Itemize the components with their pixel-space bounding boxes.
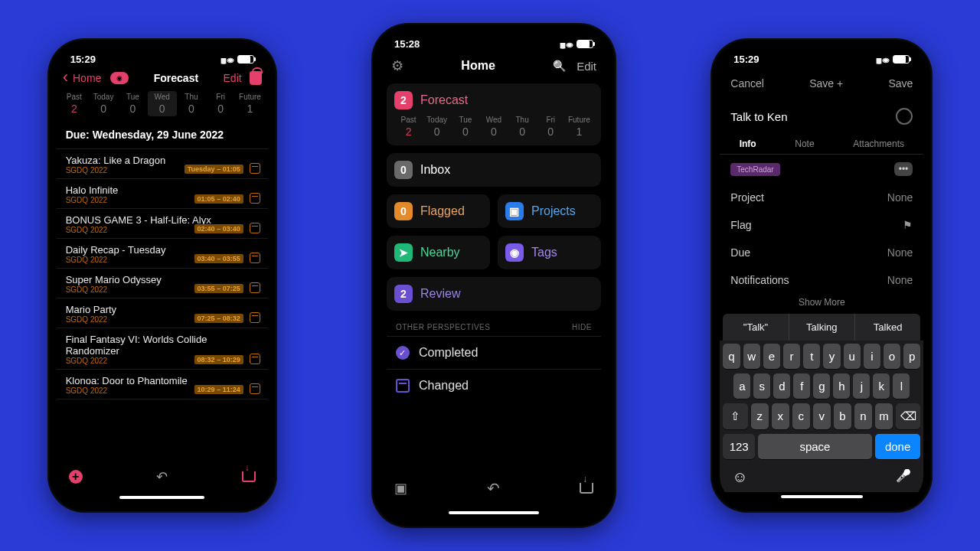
day-thu[interactable]: Thu0 bbox=[177, 91, 206, 116]
day-past[interactable]: Past2 bbox=[394, 116, 423, 138]
forecast-days[interactable]: Past2Today0Tue0Wed0Thu0Fri0Future1 bbox=[394, 116, 593, 138]
perspective-inbox[interactable]: 0 Inbox bbox=[387, 153, 601, 187]
key-z[interactable]: z bbox=[751, 403, 769, 429]
key-v[interactable]: v bbox=[813, 403, 831, 429]
key-s[interactable]: s bbox=[753, 373, 770, 399]
key-done[interactable]: done bbox=[875, 434, 921, 459]
key-a[interactable]: a bbox=[733, 373, 750, 399]
task-item[interactable]: Halo InfiniteSGDQ 202201:05 – 02:40 bbox=[57, 179, 268, 209]
key-c[interactable]: c bbox=[792, 403, 810, 429]
key-i[interactable]: i bbox=[864, 344, 880, 369]
key-y[interactable]: y bbox=[823, 344, 840, 369]
key-shift[interactable]: ⇧ bbox=[723, 403, 747, 429]
undo-button[interactable] bbox=[487, 479, 500, 497]
prop-notifications[interactable]: Notifications None bbox=[720, 266, 923, 294]
undo-button[interactable] bbox=[156, 468, 168, 485]
task-item[interactable]: Daily Recap - TuesdaySGDQ 202203:40 – 03… bbox=[57, 239, 268, 269]
prop-project[interactable]: Project None bbox=[720, 184, 923, 211]
key-w[interactable]: w bbox=[743, 344, 760, 369]
task-item[interactable]: Final Fantasy VI: Worlds Collide Randomi… bbox=[57, 328, 268, 370]
inbox-button[interactable] bbox=[580, 483, 593, 494]
task-item[interactable]: Klonoa: Door to PhantomileSGDQ 202210:29… bbox=[57, 370, 268, 399]
key-n[interactable]: n bbox=[854, 403, 872, 429]
perspective-changed[interactable]: Changed bbox=[387, 369, 601, 402]
key-p[interactable]: p bbox=[903, 344, 920, 369]
key-q[interactable]: q bbox=[723, 344, 740, 369]
day-today[interactable]: Today0 bbox=[89, 91, 118, 116]
tab-attachments[interactable]: Attachments bbox=[853, 139, 904, 149]
key-123[interactable]: 123 bbox=[723, 434, 755, 459]
key-backspace[interactable]: ⌫ bbox=[896, 403, 920, 429]
day-thu[interactable]: Thu0 bbox=[508, 116, 537, 138]
day-wed[interactable]: Wed0 bbox=[148, 91, 177, 116]
perspective-review[interactable]: 2 Review bbox=[387, 277, 601, 311]
perspectives-icon[interactable] bbox=[394, 480, 407, 497]
day-fri[interactable]: Fri0 bbox=[537, 116, 565, 138]
day-future[interactable]: Future1 bbox=[235, 91, 264, 116]
more-tags-icon[interactable]: ••• bbox=[894, 162, 913, 176]
day-wed[interactable]: Wed0 bbox=[479, 116, 508, 138]
prop-due[interactable]: Due None bbox=[720, 239, 923, 266]
day-tue[interactable]: Tue0 bbox=[118, 91, 147, 116]
perspective-forecast[interactable]: 2 Forecast Past2Today0Tue0Wed0Thu0Fri0Fu… bbox=[387, 83, 601, 145]
suggestion[interactable]: Talked bbox=[855, 314, 920, 341]
key-l[interactable]: l bbox=[893, 373, 910, 399]
key-k[interactable]: k bbox=[873, 373, 890, 399]
task-title-input[interactable]: Talk to Ken bbox=[730, 110, 787, 123]
search-icon[interactable] bbox=[553, 59, 566, 73]
perspective-completed[interactable]: Completed bbox=[387, 336, 601, 369]
tab-info[interactable]: Info bbox=[740, 139, 756, 149]
tab-note[interactable]: Note bbox=[795, 139, 814, 149]
key-r[interactable]: r bbox=[783, 344, 800, 369]
bag-icon[interactable] bbox=[250, 71, 262, 85]
perspective-flagged[interactable]: 0 Flagged bbox=[387, 194, 490, 228]
task-list[interactable]: Yakuza: Like a DragonSGDQ 2022Tuesday – … bbox=[57, 148, 268, 461]
day-fri[interactable]: Fri0 bbox=[206, 91, 235, 116]
back-button[interactable]: Home bbox=[73, 72, 101, 84]
focus-icon[interactable] bbox=[110, 72, 129, 84]
perspective-tags[interactable]: ◉ Tags bbox=[498, 236, 601, 269]
tag-chip[interactable]: TechRadar bbox=[730, 163, 779, 176]
perspective-projects[interactable]: ▣ Projects bbox=[498, 194, 601, 228]
settings-icon[interactable] bbox=[391, 57, 403, 74]
back-chevron-icon[interactable] bbox=[63, 72, 70, 85]
key-e[interactable]: e bbox=[763, 344, 780, 369]
task-item[interactable]: BONUS GAME 3 - Half-Life: AlyxSGDQ 20220… bbox=[57, 209, 268, 239]
add-button[interactable]: + bbox=[69, 470, 83, 484]
key-m[interactable]: m bbox=[875, 403, 893, 429]
edit-button[interactable]: Edit bbox=[224, 72, 242, 84]
edit-button[interactable]: Edit bbox=[577, 60, 596, 73]
perspective-nearby[interactable]: ➤ Nearby bbox=[387, 236, 490, 269]
day-future[interactable]: Future1 bbox=[565, 116, 593, 138]
key-g[interactable]: g bbox=[813, 373, 830, 399]
show-more-button[interactable]: Show More bbox=[720, 294, 923, 314]
key-h[interactable]: h bbox=[833, 373, 850, 399]
day-past[interactable]: Past2 bbox=[60, 91, 89, 116]
save-button[interactable]: Save bbox=[888, 77, 913, 90]
save-plus-button[interactable]: Save + bbox=[809, 77, 843, 90]
task-checkbox[interactable] bbox=[896, 108, 913, 125]
hide-button[interactable]: HIDE bbox=[572, 323, 592, 331]
inbox-button[interactable] bbox=[242, 471, 256, 482]
tags-row[interactable]: TechRadar ••• bbox=[720, 155, 923, 184]
key-d[interactable]: d bbox=[773, 373, 790, 399]
key-x[interactable]: x bbox=[772, 403, 789, 429]
day-today[interactable]: Today0 bbox=[423, 116, 451, 138]
prop-flag[interactable]: Flag bbox=[720, 211, 923, 239]
key-b[interactable]: b bbox=[834, 403, 851, 429]
mic-icon[interactable] bbox=[896, 468, 911, 486]
home-indicator[interactable] bbox=[781, 495, 862, 498]
task-item[interactable]: Yakuza: Like a DragonSGDQ 2022Tuesday – … bbox=[57, 149, 268, 179]
key-f[interactable]: f bbox=[793, 373, 810, 399]
cancel-button[interactable]: Cancel bbox=[730, 77, 764, 90]
task-item[interactable]: Mario PartySGDQ 202207:25 – 08:32 bbox=[57, 298, 268, 328]
key-j[interactable]: j bbox=[853, 373, 870, 399]
home-indicator[interactable] bbox=[119, 496, 204, 499]
key-u[interactable]: u bbox=[844, 344, 861, 369]
suggestion[interactable]: Talking bbox=[789, 314, 855, 341]
suggestion[interactable]: "Talk" bbox=[723, 314, 789, 341]
emoji-icon[interactable] bbox=[732, 468, 747, 486]
forecast-days[interactable]: Past2Today0Tue0Wed0Thu0Fri0Future1 bbox=[57, 90, 268, 118]
key-t[interactable]: t bbox=[803, 344, 820, 369]
task-item[interactable]: Super Mario OdysseySGDQ 202203:55 – 07:2… bbox=[57, 269, 268, 298]
